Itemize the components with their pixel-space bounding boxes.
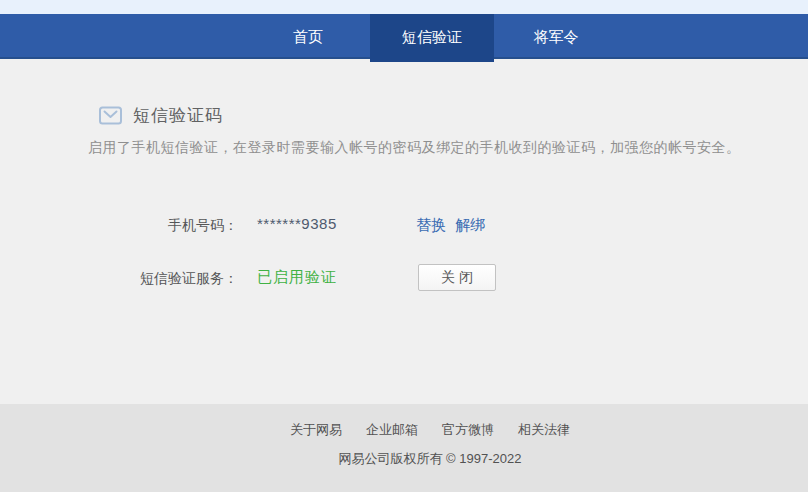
nav-bar: 首页 短信验证 将军令	[0, 14, 808, 59]
service-status-text: 已启用验证	[257, 268, 337, 287]
footer-link-legal[interactable]: 相关法律	[518, 421, 570, 439]
phone-number-label: 手机号码：	[0, 217, 238, 235]
phone-actions: 替换 解绑	[416, 216, 485, 235]
section-header: 短信验证码	[99, 104, 223, 127]
description-text: 启用了手机短信验证，在登录时需要输入帐号的密码及绑定的手机收到的验证码，加强您的…	[88, 139, 741, 157]
footer-link-enterprise-mail[interactable]: 企业邮箱	[366, 421, 418, 439]
unbind-phone-link[interactable]: 解绑	[455, 216, 485, 233]
footer-link-about-netease[interactable]: 关于网易	[290, 421, 342, 439]
copyright-text: 网易公司版权所有 © 1997-2022	[26, 450, 808, 468]
footer: 关于网易 企业邮箱 官方微博 相关法律 网易公司版权所有 © 1997-2022	[0, 404, 808, 492]
tab-home[interactable]: 首页	[246, 14, 370, 59]
section-title: 短信验证码	[133, 104, 223, 127]
phone-number-value: *******9385	[257, 215, 337, 232]
footer-links: 关于网易 企业邮箱 官方微博 相关法律	[26, 404, 808, 439]
replace-phone-link[interactable]: 替换	[416, 216, 446, 233]
close-service-button[interactable]: 关 闭	[418, 264, 496, 291]
tab-sms-verification[interactable]: 短信验证	[370, 14, 494, 62]
sms-service-label: 短信验证服务：	[0, 270, 238, 288]
main-content: 短信验证码 启用了手机短信验证，在登录时需要输入帐号的密码及绑定的手机收到的验证…	[0, 59, 808, 404]
envelope-icon	[99, 106, 122, 125]
footer-link-official-weibo[interactable]: 官方微博	[442, 421, 494, 439]
top-strip	[0, 0, 808, 14]
page: 首页 短信验证 将军令 短信验证码 启用了手机短信验证，在登录时需要输入帐号的密…	[0, 0, 808, 492]
tab-authenticator[interactable]: 将军令	[494, 14, 618, 59]
